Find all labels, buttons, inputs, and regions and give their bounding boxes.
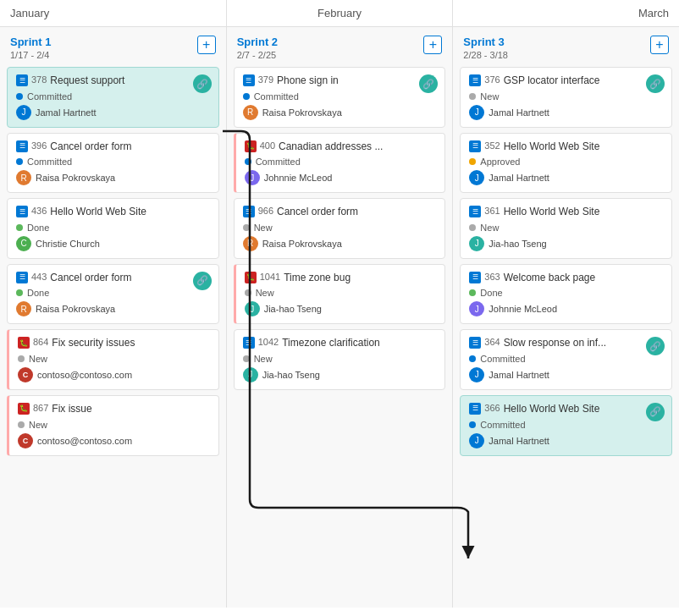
card-title-436: Hello World Web Site [50,206,146,219]
card-id-1042: 1042 [258,337,279,347]
card-436: ☰ 436 Hello World Web Site Done C Christ… [7,198,219,259]
card-assignee-396: R Raisa Pokrovskaya [16,170,210,185]
status-dot-400 [245,158,251,165]
task-icon-376: ☰ [469,74,481,86]
card-title-1042: Timezone clarification [282,337,380,350]
card-status-867: New [18,420,210,430]
main-container: January February March Sprint 1 1/17 - 2… [0,0,679,608]
card-376: ☰ 376 GSP locator interface New J Jamal … [460,67,672,128]
month-march: March [453,0,679,26]
card-status-396: Committed [16,157,210,167]
task-icon-436: ☰ [16,206,28,217]
sprint3-header: Sprint 3 2/28 - 3/18 + [460,27,672,67]
avatar-378: J [16,105,31,120]
card-id-363: 363 [484,272,500,282]
avatar-396: R [16,170,31,185]
card-title-864: Fix security issues [52,337,135,350]
card-assignee-352: J Jamal Hartnett [469,170,663,185]
sprint2-header: Sprint 2 2/7 - 2/25 + [234,27,446,67]
sprint1-dates: 1/17 - 2/4 [10,50,51,60]
status-dot-867 [18,421,25,428]
columns-container: Sprint 1 1/17 - 2/4 + ☰ 378 Request supp… [0,27,679,608]
task-icon-363: ☰ [469,272,481,283]
status-dot-1042 [243,355,250,362]
bug-icon-400: 🐛 [245,140,257,152]
card-id-378: 378 [31,74,47,85]
card-867: 🐛 867 Fix issue New C contoso@contoso.co… [7,395,219,456]
card-361: ☰ 361 Hello World Web Site New J Jia-hao… [460,198,672,259]
card-title-352: Hello World Web Site [504,140,600,154]
status-dot-364 [469,355,476,362]
card-id-352: 352 [484,140,500,151]
card-id-396: 396 [31,140,47,151]
card-assignee-1042: J Jia-hao Tseng [243,367,437,382]
status-dot-378 [16,93,23,100]
status-dot-376 [469,93,476,100]
task-icon-361: ☰ [469,206,481,217]
card-status-400: Committed [245,157,437,167]
card-title-400: Canadian addresses ... [279,140,383,154]
bug-icon-867: 🐛 [18,403,30,415]
card-title-396: Cancel order form [50,140,131,154]
bug-icon-1041: 🐛 [245,272,257,283]
card-status-361: New [469,223,663,233]
card-assignee-376: J Jamal Hartnett [469,105,663,120]
avatar-379: R [243,105,258,120]
card-378: ☰ 378 Request support Committed J Jamal … [7,67,219,128]
card-status-378: Committed [16,91,210,102]
card-status-352: Approved [469,157,663,167]
avatar-361: J [469,236,484,251]
card-assignee-400: J Johnnie McLeod [245,170,437,185]
avatar-966: R [243,236,258,251]
card-status-363: Done [469,288,663,298]
card-assignee-966: R Raisa Pokrovskaya [243,236,437,251]
card-status-366: Committed [469,420,663,430]
sprint3-dates: 2/28 - 3/18 [463,50,508,60]
avatar-400: J [245,170,260,185]
avatar-364: J [469,367,484,382]
card-title-376: GSP locator interface [504,74,600,88]
status-dot-352 [469,158,476,165]
card-title-867: Fix issue [52,403,91,416]
card-assignee-364: J Jamal Hartnett [469,367,663,382]
card-assignee-363: J Johnnie McLeod [469,301,663,316]
card-id-1041: 1041 [260,272,280,282]
link-icon-443[interactable]: 🔗 [193,272,212,290]
link-icon-376[interactable]: 🔗 [646,74,665,93]
card-id-361: 361 [484,206,500,216]
card-assignee-443: R Raisa Pokrovskaya [16,301,210,316]
card-title-443: Cancel order form [50,272,131,285]
link-icon-378[interactable]: 🔗 [193,74,212,93]
card-title-361: Hello World Web Site [504,206,600,219]
card-400: 🐛 400 Canadian addresses ... Committed J… [234,133,446,194]
card-assignee-361: J Jia-hao Tseng [469,236,663,251]
sprint1-add-button[interactable]: + [197,36,216,54]
card-id-376: 376 [484,74,500,85]
link-icon-366[interactable]: 🔗 [646,403,665,421]
task-icon-966: ☰ [243,206,255,217]
card-assignee-436: C Christie Church [16,236,210,251]
card-id-436: 436 [31,206,47,216]
month-january: January [0,0,227,26]
sprint3-title: Sprint 3 [463,36,508,48]
task-icon-379: ☰ [243,74,255,86]
card-id-366: 366 [484,403,500,413]
status-dot-361 [469,224,476,231]
task-icon-443: ☰ [16,272,28,283]
card-id-966: 966 [258,206,273,216]
avatar-443: R [16,301,31,316]
card-status-379: Committed [243,91,437,102]
avatar-366: J [469,433,484,448]
avatar-352: J [469,170,484,185]
card-assignee-366: J Jamal Hartnett [469,433,663,448]
status-dot-379 [243,93,250,100]
status-dot-966 [243,224,250,231]
avatar-363: J [469,301,484,316]
card-id-867: 867 [33,403,48,413]
sprint2-add-button[interactable]: + [423,36,442,54]
card-status-376: New [469,91,663,102]
status-dot-436 [16,224,23,231]
card-1042: ☰ 1042 Timezone clarification New J Jia-… [234,329,446,390]
card-title-379: Phone sign in [277,74,339,88]
sprint3-add-button[interactable]: + [650,36,669,54]
